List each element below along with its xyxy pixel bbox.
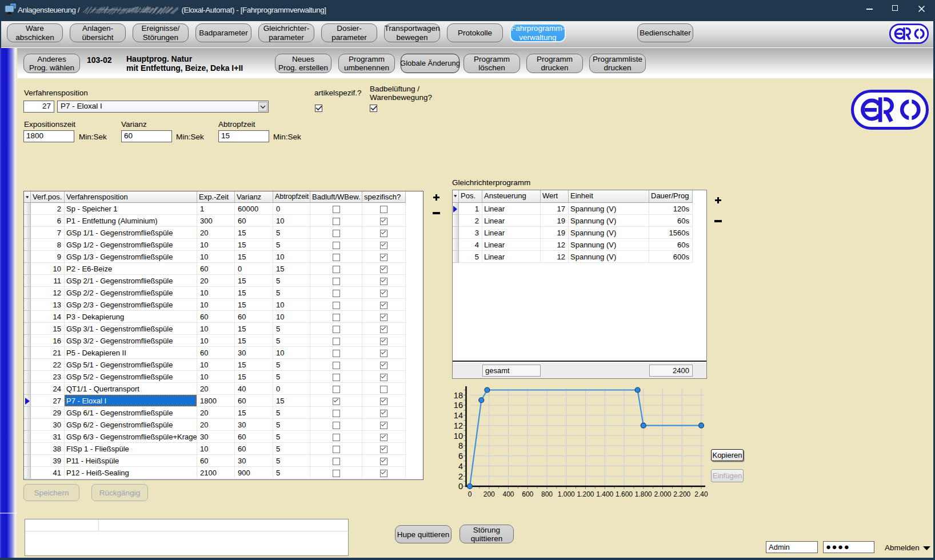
svg-text:16: 16 [454,401,463,410]
svg-text:1.600: 1.600 [616,490,633,498]
svg-text:200: 200 [484,490,495,498]
svg-text:18: 18 [454,391,463,400]
svg-text:6: 6 [458,451,463,461]
svg-text:4: 4 [458,462,463,471]
svg-text:1.200: 1.200 [577,490,594,498]
svg-text:12: 12 [454,421,463,430]
svg-text:600: 600 [522,490,533,498]
svg-text:2.000: 2.000 [654,490,671,498]
svg-text:8: 8 [458,441,463,450]
svg-text:800: 800 [541,490,553,498]
svg-text:1.400: 1.400 [596,490,613,498]
svg-text:1.800: 1.800 [635,490,652,498]
svg-text:14: 14 [454,411,463,420]
svg-text:0: 0 [468,490,472,498]
svg-text:10: 10 [454,431,463,441]
svg-text:0: 0 [458,482,463,491]
svg-text:2.200: 2.200 [673,490,690,498]
svg-text:2: 2 [458,472,463,481]
svg-text:2.40: 2.40 [694,490,708,498]
svg-text:1.000: 1.000 [558,490,575,498]
svg-text:400: 400 [502,490,514,498]
